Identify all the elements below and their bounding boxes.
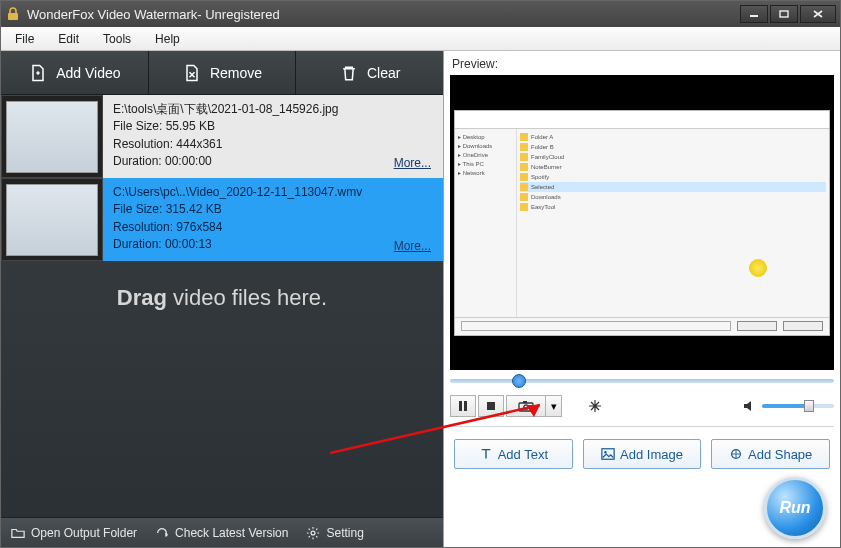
open-output-button[interactable]: Open Output Folder — [11, 526, 137, 540]
add-image-label: Add Image — [620, 447, 683, 462]
maximize-button[interactable] — [770, 5, 798, 23]
more-link[interactable]: More... — [394, 155, 431, 172]
thumbnail — [1, 178, 103, 261]
window-title: WonderFox Video Watermark- Unregistered — [27, 7, 738, 22]
open-output-label: Open Output Folder — [31, 526, 137, 540]
file-list: E:\tools\桌面\下载\2021-01-08_145926.jpg Fil… — [1, 95, 443, 517]
menu-file[interactable]: File — [9, 29, 52, 49]
gear-icon — [306, 526, 320, 540]
check-version-label: Check Latest Version — [175, 526, 288, 540]
drag-hint-bold: Drag — [117, 285, 167, 310]
svg-rect-9 — [523, 401, 527, 403]
add-row: Add Text Add Image Add Shape — [444, 427, 840, 477]
volume-thumb[interactable] — [804, 400, 814, 412]
remove-label: Remove — [210, 65, 262, 81]
file-path: C:\Users\pc\..\Video_2020-12-11_113047.w… — [113, 184, 433, 201]
run-button[interactable]: Run — [764, 477, 826, 539]
svg-rect-1 — [750, 15, 758, 17]
drag-hint-rest: video files here. — [167, 285, 327, 310]
left-panel: Add Video Remove Clear E:\tools\桌面\下载\20… — [1, 51, 443, 547]
thumbnail — [1, 95, 103, 178]
setting-label: Setting — [326, 526, 363, 540]
highlight-dot — [749, 259, 767, 277]
file-size: File Size: 315.42 KB — [113, 201, 433, 218]
file-info: C:\Users\pc\..\Video_2020-12-11_113047.w… — [103, 178, 443, 261]
list-item[interactable]: E:\tools\桌面\下载\2021-01-08_145926.jpg Fil… — [1, 95, 443, 178]
toolbar: Add Video Remove Clear — [1, 51, 443, 95]
svg-point-11 — [604, 451, 606, 453]
stop-button[interactable] — [478, 395, 504, 417]
volume-slider[interactable] — [762, 404, 834, 408]
file-info: E:\tools\桌面\下载\2021-01-08_145926.jpg Fil… — [103, 95, 443, 178]
list-item[interactable]: C:\Users\pc\..\Video_2020-12-11_113047.w… — [1, 178, 443, 261]
snapshot-button[interactable] — [506, 395, 546, 417]
text-icon — [479, 447, 493, 461]
lock-icon — [5, 6, 21, 22]
file-duration: Duration: 00:00:00 — [113, 153, 433, 170]
svg-rect-2 — [780, 11, 788, 17]
sparkle-icon — [588, 399, 602, 413]
refresh-icon — [155, 526, 169, 540]
bottom-bar: Open Output Folder Check Latest Version … — [1, 517, 443, 547]
effect-button[interactable] — [582, 395, 608, 417]
right-panel: Preview: ▸ Desktop▸ Downloads▸ OneDrive▸… — [443, 51, 840, 547]
snapshot-dropdown[interactable]: ▾ — [546, 395, 562, 417]
setting-button[interactable]: Setting — [306, 526, 363, 540]
seek-bar[interactable] — [450, 374, 834, 388]
remove-file-icon — [182, 63, 202, 83]
file-duration: Duration: 00:00:13 — [113, 236, 433, 253]
add-shape-button[interactable]: Add Shape — [711, 439, 830, 469]
add-video-button[interactable]: Add Video — [1, 51, 149, 94]
svg-rect-5 — [464, 401, 467, 411]
svg-point-8 — [524, 405, 528, 409]
volume-icon — [742, 399, 756, 413]
add-video-label: Add Video — [56, 65, 120, 81]
add-image-button[interactable]: Add Image — [583, 439, 702, 469]
camera-icon — [518, 400, 534, 412]
menu-help[interactable]: Help — [149, 29, 198, 49]
svg-rect-0 — [8, 13, 18, 20]
clear-label: Clear — [367, 65, 400, 81]
titlebar: WonderFox Video Watermark- Unregistered — [1, 1, 840, 27]
seek-thumb[interactable] — [512, 374, 526, 388]
add-file-icon — [28, 63, 48, 83]
file-resolution: Resolution: 976x584 — [113, 219, 433, 236]
svg-rect-4 — [459, 401, 462, 411]
preview-area: ▸ Desktop▸ Downloads▸ OneDrive▸ This PC▸… — [450, 75, 834, 370]
add-text-label: Add Text — [498, 447, 548, 462]
drag-hint: Drag video files here. — [1, 285, 443, 311]
check-version-button[interactable]: Check Latest Version — [155, 526, 288, 540]
clear-button[interactable]: Clear — [296, 51, 443, 94]
add-text-button[interactable]: Add Text — [454, 439, 573, 469]
svg-rect-6 — [487, 402, 495, 410]
run-label: Run — [779, 499, 810, 517]
minimize-button[interactable] — [740, 5, 768, 23]
menu-edit[interactable]: Edit — [52, 29, 97, 49]
file-resolution: Resolution: 444x361 — [113, 136, 433, 153]
file-size: File Size: 55.95 KB — [113, 118, 433, 135]
playback-controls: ▾ — [450, 392, 834, 420]
preview-label: Preview: — [444, 51, 840, 73]
pause-button[interactable] — [450, 395, 476, 417]
trash-icon — [339, 63, 359, 83]
remove-button[interactable]: Remove — [149, 51, 297, 94]
image-icon — [601, 447, 615, 461]
menubar: File Edit Tools Help — [1, 27, 840, 51]
svg-point-3 — [312, 531, 316, 535]
close-button[interactable] — [800, 5, 836, 23]
svg-rect-10 — [602, 449, 614, 460]
more-link[interactable]: More... — [394, 238, 431, 255]
folder-icon — [11, 526, 25, 540]
preview-frame: ▸ Desktop▸ Downloads▸ OneDrive▸ This PC▸… — [454, 110, 830, 336]
add-shape-label: Add Shape — [748, 447, 812, 462]
file-path: E:\tools\桌面\下载\2021-01-08_145926.jpg — [113, 101, 433, 118]
menu-tools[interactable]: Tools — [97, 29, 149, 49]
shape-icon — [729, 447, 743, 461]
